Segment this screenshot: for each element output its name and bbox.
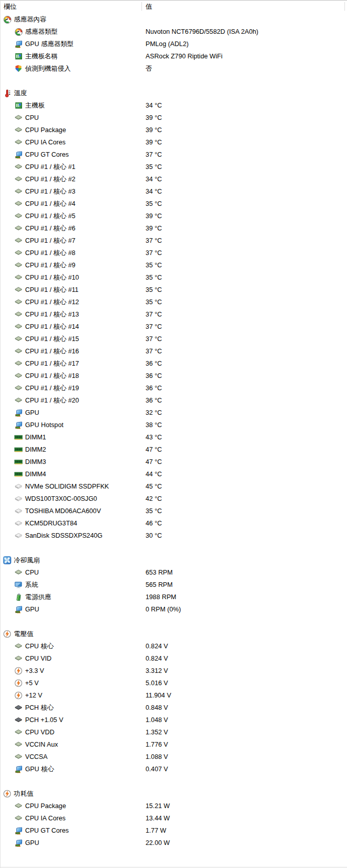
sensor-row[interactable]: CPU GT Cores37 °C <box>1 149 347 161</box>
sensor-row[interactable]: 系統565 RPM <box>1 579 347 591</box>
section-row[interactable]: 感應器內容 <box>1 13 347 26</box>
sensor-row[interactable]: CPU #1 / 核心 #539 °C <box>1 210 347 222</box>
sensor-row[interactable]: CPU #1 / 核心 #1235 °C <box>1 296 347 308</box>
sensor-row[interactable]: CPU GT Cores1.77 W <box>1 824 347 837</box>
sensor-row[interactable]: CPU #1 / 核心 #1135 °C <box>1 284 347 296</box>
sensor-row[interactable]: CPU #1 / 核心 #837 °C <box>1 247 347 259</box>
bolt-icon <box>14 679 23 687</box>
sensor-row[interactable]: CPU #1 / 核心 #639 °C <box>1 222 347 235</box>
gpu-icon <box>14 765 23 773</box>
sensor-row[interactable]: CPU653 RPM <box>1 566 347 579</box>
sensor-row[interactable]: NVMe SOLIDIGM SSDPFKK45 °C <box>1 480 347 493</box>
section-row[interactable]: 冷卻風扇 <box>1 554 347 566</box>
sensor-value: 1.048 V <box>146 714 168 726</box>
sensor-row[interactable]: GPU 核心0.407 V <box>1 763 347 775</box>
sensor-label: 偵測到機箱侵入 <box>25 62 71 75</box>
motherboard-icon <box>14 101 23 110</box>
sensor-row[interactable]: DIMM143 °C <box>1 431 347 443</box>
sensor-row[interactable]: CPU #1 / 核心 #334 °C <box>1 185 347 198</box>
sensor-row[interactable]: CPU #1 / 核心 #1936 °C <box>1 382 347 394</box>
cpu-icon <box>14 568 23 577</box>
column-divider[interactable] <box>141 2 142 11</box>
bolt-icon <box>14 667 23 675</box>
sensor-row[interactable]: DIMM347 °C <box>1 456 347 468</box>
sensor-row[interactable]: CPU #1 / 核心 #1736 °C <box>1 357 347 370</box>
sensor-row[interactable]: PCH +1.05 V1.048 V <box>1 714 347 726</box>
sensor-row[interactable]: CPU Package15.21 W <box>1 800 347 812</box>
sensor-row[interactable]: CPU 核心0.824 V <box>1 640 347 652</box>
sensor-row[interactable]: +3.3 V3.312 V <box>1 665 347 677</box>
cpu-icon <box>14 163 23 171</box>
sensor-row[interactable]: WDS100T3X0C-00SJG042 °C <box>1 493 347 505</box>
sensor-row[interactable]: CPU #1 / 核心 #435 °C <box>1 198 347 210</box>
cpu-icon <box>14 728 23 736</box>
sensor-row[interactable]: CPU Package39 °C <box>1 124 347 136</box>
sensor-row[interactable]: CPU #1 / 核心 #737 °C <box>1 235 347 247</box>
sensor-label: CPU VDD <box>25 726 54 738</box>
sensor-value: 565 RPM <box>146 579 173 591</box>
sensor-value: 39 °C <box>146 112 162 124</box>
sensor-row[interactable]: CPU #1 / 核心 #1437 °C <box>1 321 347 333</box>
sensor-value: 37 °C <box>146 321 162 333</box>
sensor-row[interactable]: VCCSA1.088 V <box>1 751 347 763</box>
sensor-value: 38 °C <box>146 419 162 431</box>
sensor-row[interactable]: SanDisk SDSSDXPS240G30 °C <box>1 530 347 542</box>
sensor-row[interactable]: CPU #1 / 核心 #1637 °C <box>1 345 347 357</box>
drive-icon <box>14 532 23 540</box>
sensor-value: Nuvoton NCT6796D/5582D (ISA 2A0h) <box>146 26 258 38</box>
sensor-row[interactable]: VCCIN Aux1.776 V <box>1 738 347 751</box>
sensor-row[interactable]: CPU #1 / 核心 #1836 °C <box>1 370 347 382</box>
sensor-row[interactable]: CPU VID0.824 V <box>1 652 347 665</box>
sensor-row[interactable]: CPU IA Cores39 °C <box>1 136 347 149</box>
cpu-icon <box>14 273 23 282</box>
section-row[interactable]: 溫度 <box>1 87 347 99</box>
sensor-row[interactable]: 感應器類型Nuvoton NCT6796D/5582D (ISA 2A0h) <box>1 26 347 38</box>
sensor-value: 0.407 V <box>146 763 168 775</box>
gauge-icon <box>14 28 23 36</box>
sensor-row[interactable]: TOSHIBA MD06ACA600V35 °C <box>1 505 347 517</box>
sensor-value: 35 °C <box>146 271 162 284</box>
column-header-field[interactable]: 欄位 <box>4 1 16 13</box>
cpu-icon <box>14 298 23 306</box>
sensor-row[interactable]: 電源供應1988 RPM <box>1 591 347 603</box>
sensor-row[interactable]: CPU #1 / 核心 #1337 °C <box>1 308 347 321</box>
section-row[interactable]: 電壓值 <box>1 628 347 640</box>
sensor-row[interactable]: CPU #1 / 核心 #2036 °C <box>1 394 347 407</box>
sensor-label: 主機板名稱 <box>25 50 57 62</box>
sensor-label: CPU #1 / 核心 #13 <box>25 308 79 321</box>
section-row[interactable]: 功耗值 <box>1 788 347 800</box>
sensor-row[interactable]: 主機板34 °C <box>1 99 347 112</box>
sensor-row[interactable]: +12 V11.904 V <box>1 689 347 702</box>
column-divider[interactable] <box>344 2 345 11</box>
sensor-row[interactable]: CPU #1 / 核心 #1035 °C <box>1 271 347 284</box>
sensor-row[interactable]: GPU32 °C <box>1 407 347 419</box>
sensor-row[interactable]: KCM5DRUG3T8446 °C <box>1 517 347 530</box>
sensor-value: 0.848 V <box>146 702 168 714</box>
sensor-row[interactable]: GPU0 RPM (0%) <box>1 603 347 616</box>
sensor-label: +5 V <box>25 677 38 689</box>
sensor-row[interactable]: DIMM444 °C <box>1 468 347 480</box>
sensor-row[interactable]: 主機板名稱ASRock Z790 Riptide WiFi <box>1 50 347 62</box>
sensor-row[interactable]: CPU #1 / 核心 #1537 °C <box>1 333 347 345</box>
sensor-value: 45 °C <box>146 480 162 493</box>
sensor-row[interactable]: CPU #1 / 核心 #135 °C <box>1 161 347 173</box>
sensor-value: 5.016 V <box>146 677 168 689</box>
sensor-row[interactable]: GPU Hotspot38 °C <box>1 419 347 431</box>
sensor-row[interactable]: CPU #1 / 核心 #234 °C <box>1 173 347 185</box>
sensor-row[interactable]: CPU39 °C <box>1 112 347 124</box>
sensor-row[interactable]: DIMM247 °C <box>1 443 347 456</box>
sensor-value: 47 °C <box>146 443 162 456</box>
cpu-icon <box>14 347 23 355</box>
section-label: 感應器內容 <box>14 13 46 26</box>
sensor-row[interactable]: 偵測到機箱侵入否 <box>1 62 347 75</box>
sensor-window: 欄位 值 感應器內容感應器類型Nuvoton NCT6796D/5582D (I… <box>0 0 347 868</box>
sensor-row[interactable]: GPU 感應器類型PMLog (ADL2) <box>1 38 347 50</box>
sensor-row[interactable]: CPU #1 / 核心 #935 °C <box>1 259 347 271</box>
sensor-row[interactable]: CPU IA Cores13.44 W <box>1 812 347 824</box>
sensor-label: +12 V <box>25 689 43 702</box>
sensor-row[interactable]: GPU22.00 W <box>1 837 347 849</box>
sensor-row[interactable]: PCH 核心0.848 V <box>1 702 347 714</box>
sensor-row[interactable]: CPU VDD1.352 V <box>1 726 347 738</box>
column-header-value[interactable]: 值 <box>146 1 152 13</box>
sensor-row[interactable]: +5 V5.016 V <box>1 677 347 689</box>
